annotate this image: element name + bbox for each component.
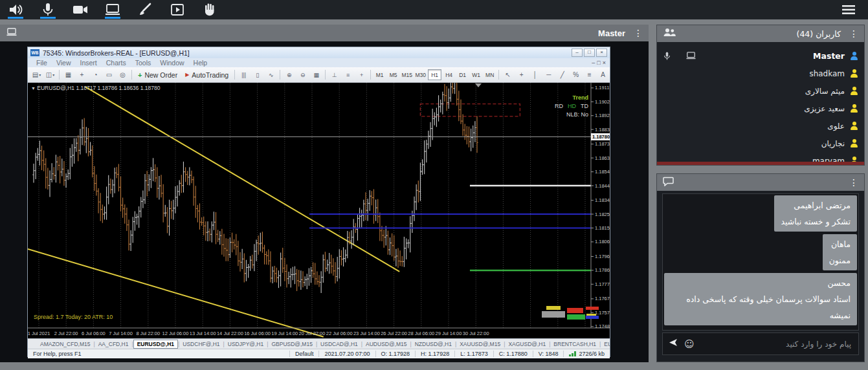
timeframe-W1[interactable]: W1 <box>470 70 482 80</box>
svg-text:1.18780: 1.18780 <box>592 134 610 140</box>
screen-share-icon[interactable] <box>104 1 122 18</box>
drawing-tool-icon[interactable]: ≡ <box>583 69 595 81</box>
menu-item-window[interactable]: Window <box>155 59 188 67</box>
drawing-tool-icon[interactable]: A <box>597 69 609 81</box>
broker-logo: WB <box>30 49 39 56</box>
toolbar-icon[interactable]: ||| <box>238 69 250 81</box>
window-button[interactable]: – <box>592 60 595 66</box>
menu-item-tools[interactable]: Tools <box>131 59 156 67</box>
user-row[interactable]: shadkam <box>657 65 864 82</box>
toolbar-icon[interactable]: ▦ <box>310 69 322 81</box>
drawing-tool-icon[interactable]: ╱ <box>556 69 568 81</box>
drawing-tool-icon[interactable]: ↖ <box>502 69 514 81</box>
toolbar-icon[interactable]: + <box>355 69 368 81</box>
toolbar-icon[interactable]: + <box>76 69 88 81</box>
chart-tab[interactable]: XAUUSD@,M15 <box>456 341 504 347</box>
menu-item-view[interactable]: View <box>52 59 76 67</box>
menu-item-charts[interactable]: Charts <box>102 59 131 67</box>
window-button[interactable]: – <box>572 49 583 57</box>
microphone-icon[interactable] <box>39 1 57 18</box>
svg-text:22 Jul 06:00: 22 Jul 06:00 <box>326 331 353 336</box>
toolbar-icon[interactable]: ▯ <box>251 69 263 81</box>
camera-icon[interactable] <box>71 1 89 18</box>
chat-kebab-icon[interactable]: ⋮ <box>849 178 858 187</box>
toolbar-icon[interactable]: ≡ <box>342 69 354 81</box>
user-mic-icon <box>663 51 671 61</box>
timeframe-H4[interactable]: H4 <box>443 70 455 80</box>
user-avatar-icon <box>850 87 858 95</box>
drawing-tool-icon[interactable]: + <box>515 69 528 81</box>
users-panel: کاربران (44) ⋮ Mastershadkamمیثم سالاریس… <box>656 25 865 166</box>
status-help-text: For Help, press F1 <box>28 351 289 357</box>
toolbar-icon[interactable]: ▤▾ <box>30 69 43 81</box>
media-player-icon[interactable] <box>168 1 186 18</box>
toolbar-icon[interactable]: ▦ <box>62 69 74 81</box>
drawing-tool-icon[interactable]: │ <box>529 69 541 81</box>
toolbar-icon[interactable]: ◫▾ <box>44 69 56 81</box>
user-name: نجاریان <box>821 139 845 148</box>
people-icon <box>663 28 676 39</box>
chart-tab[interactable]: USDCHF@,H1 <box>179 341 223 347</box>
menu-item-file[interactable]: File <box>32 59 52 67</box>
user-row[interactable]: سعید عزیزی <box>657 100 864 117</box>
svg-text:26 Jul 22:00: 26 Jul 22:00 <box>381 331 407 336</box>
toolbar-icon[interactable]: ⊖ <box>296 69 309 81</box>
timeframe-M1[interactable]: M1 <box>373 70 386 80</box>
chat-message-input[interactable] <box>700 339 852 349</box>
status-field: V: 1848 <box>533 351 564 357</box>
trend-indicator-overlay: Trend RDHDTD NLB: No <box>555 94 588 119</box>
chart-tab[interactable]: USDJPY@,H1 <box>225 341 267 347</box>
user-row[interactable]: میثم سالاری <box>657 82 864 100</box>
users-panel-header: کاربران (44) ⋮ <box>657 25 864 42</box>
svg-text:2 Jul 22:00: 2 Jul 22:00 <box>54 331 78 336</box>
window-button[interactable]: □ <box>597 60 600 66</box>
timeframe-M15[interactable]: M15 <box>401 70 413 80</box>
user-laptop-icon <box>685 51 696 60</box>
chart-tab[interactable]: BRENTCASH,H1 <box>550 341 599 347</box>
menu-item-insert[interactable]: Insert <box>76 59 102 67</box>
chart-tab[interactable]: AMAZON_CFD,M15 <box>37 341 93 347</box>
timeframe-M30[interactable]: M30 <box>414 70 427 80</box>
send-icon[interactable] <box>669 338 678 350</box>
toolbar-icon[interactable]: ◎ <box>117 69 129 81</box>
window-button[interactable]: □ <box>584 49 595 57</box>
brush-icon[interactable] <box>136 1 154 18</box>
emoji-icon[interactable]: ☺ <box>684 338 695 350</box>
chart-tab[interactable]: XAGUSD@,H1 <box>505 341 549 347</box>
raised-hand-icon[interactable] <box>201 1 219 18</box>
toolbar-icon[interactable]: ⊥ <box>328 69 340 81</box>
chat-messages: مرتضی ابراهیمیتشکر و خسته نباشیدماهانممن… <box>662 193 859 331</box>
chart-tab[interactable]: AUDUSD@,M15 <box>362 341 410 347</box>
autotrading-button[interactable]: ▶AutoTrading <box>181 69 232 80</box>
users-kebab-icon[interactable]: ⋮ <box>849 29 858 38</box>
chart-tab[interactable]: EURUSD@,H1 <box>133 340 178 349</box>
chart-tab[interactable]: AA_CFD,H1 <box>95 341 132 347</box>
timeframe-D1[interactable]: D1 <box>456 70 469 80</box>
drawing-tool-icon[interactable]: % <box>570 69 582 81</box>
speaker-icon[interactable] <box>6 1 25 18</box>
user-row[interactable]: نجاریان <box>657 135 864 152</box>
toolbar-icon[interactable]: ∿ <box>265 69 277 81</box>
window-button[interactable]: × <box>603 60 606 66</box>
timeframe-H1[interactable]: H1 <box>428 69 441 80</box>
chart-tab[interactable]: EURGBP@,M15 <box>601 341 610 347</box>
menu-item-help[interactable]: Help <box>189 59 212 67</box>
kebab-menu-icon[interactable]: ⋮ <box>634 28 643 38</box>
timeframe-M5[interactable]: M5 <box>387 70 399 80</box>
new-order-button[interactable]: +New Order <box>134 69 181 80</box>
menu-hamburger-icon[interactable] <box>840 1 858 18</box>
timeframe-MN[interactable]: MN <box>484 70 496 80</box>
svg-text:1.18445: 1.18445 <box>595 183 610 189</box>
svg-text:1.19020: 1.19020 <box>595 99 610 105</box>
toolbar-icon[interactable]: ◔ <box>89 69 102 81</box>
toolbar-icon[interactable]: ▭ <box>103 69 115 81</box>
drawing-tool-icon[interactable]: ─ <box>542 69 555 81</box>
chart-tab[interactable]: USDCAD@,H1 <box>317 341 361 347</box>
chart-tab[interactable]: NZDUSD@,H1 <box>412 341 455 347</box>
user-row[interactable]: علوی <box>657 117 864 135</box>
shared-screen-view[interactable]: WB 75345: WindsorBrokers-REAL - [EURUSD@… <box>0 41 649 362</box>
user-row[interactable]: Master <box>657 47 864 65</box>
chart-tab[interactable]: GBPUSD@,M15 <box>268 341 315 347</box>
toolbar-icon[interactable]: ⊕ <box>283 69 295 81</box>
window-button[interactable]: × <box>596 49 607 57</box>
